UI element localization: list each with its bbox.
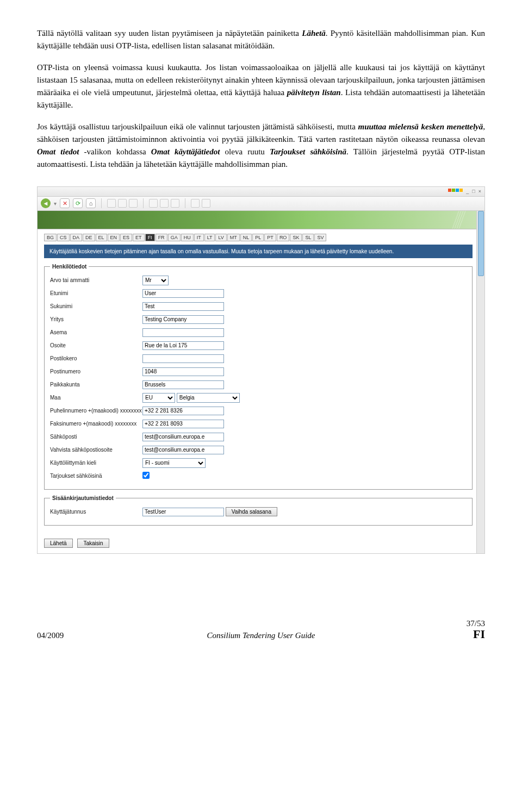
paragraph-2: OTP-lista on yleensä voimassa kuusi kuuk… (37, 61, 485, 112)
footer-title: Consilium Tendering User Guide (207, 631, 315, 640)
paragraph-3: Jos käyttäjä osallistuu tarjouskilpailuu… (37, 121, 485, 171)
lang-sv[interactable]: SV (314, 234, 326, 241)
home-button-icon[interactable]: ⌂ (86, 198, 96, 208)
lang-en[interactable]: EN (108, 234, 120, 241)
lang-es[interactable]: ES (120, 234, 132, 241)
lang-pl[interactable]: PL (252, 234, 264, 241)
lang-fi[interactable]: FI (145, 234, 155, 241)
edit-icon[interactable] (171, 199, 179, 208)
title-select[interactable]: Mr (142, 276, 169, 285)
toolbar-icon-1[interactable] (191, 199, 200, 208)
personal-details-fieldset: Henkilötiedot Arvo tai ammatti Mr Etunim… (44, 264, 473, 490)
label-city: Paikkakunta (50, 382, 142, 388)
address-input[interactable] (142, 341, 224, 350)
lang-cs[interactable]: CS (57, 234, 70, 241)
confirm-email-input[interactable] (142, 446, 224, 454)
email-input[interactable] (142, 433, 224, 441)
label-phone: Puhelinnumero +(maakoodi) xxxxxxxx (50, 408, 142, 414)
phone-input[interactable] (142, 407, 224, 415)
lang-mt[interactable]: MT (227, 234, 240, 241)
label-confirm-email: Vahvista sähköpostiosoite (50, 447, 142, 453)
history-icon[interactable] (129, 199, 138, 208)
info-notice: Käyttäjätiliä koskevien tietojen pitämin… (44, 245, 473, 258)
login-details-fieldset: Sisäänkirjautumistiedot Käyttäjätunnus V… (44, 495, 473, 526)
page-footer: 04/2009 Consilium Tendering User Guide 3… (37, 619, 485, 640)
lang-da[interactable]: DA (70, 234, 83, 241)
lang-bg[interactable]: BG (44, 234, 57, 241)
vertical-scrollbar[interactable] (476, 211, 484, 553)
label-email: Sähköposti (50, 434, 142, 440)
refresh-button-icon[interactable]: ⟳ (73, 198, 83, 208)
etender-checkbox[interactable] (142, 472, 150, 479)
back-button[interactable]: Takaisin (77, 539, 109, 548)
p3-f: Omat käyttäjätiedot (151, 147, 220, 156)
label-fax: Faksinumero +(maakoodi) xxxxxxxx (50, 421, 142, 427)
mail-icon[interactable] (149, 199, 158, 208)
footer-date: 04/2009 (37, 631, 64, 640)
p3-h: Tarjoukset sähköisinä (270, 147, 346, 156)
windows-logo-icon (448, 189, 463, 194)
back-button-icon[interactable]: ◄ (41, 198, 51, 208)
p3-g: oleva ruutu (220, 147, 270, 156)
firstname-input[interactable] (142, 289, 224, 298)
close-icon[interactable]: × (478, 189, 481, 194)
lastname-input[interactable] (142, 302, 224, 311)
lang-lv[interactable]: LV (215, 234, 226, 241)
fax-input[interactable] (142, 420, 224, 428)
label-firstname: Etunimi (50, 290, 142, 297)
favorites-icon[interactable] (118, 199, 127, 208)
country-code-select[interactable]: EU (142, 393, 175, 403)
document-body: Tällä näytöllä valitaan syy uuden listan… (37, 27, 485, 171)
lang-el[interactable]: EL (96, 234, 107, 241)
lang-nl[interactable]: NL (240, 234, 252, 241)
window-titlebar: _ □ × (38, 187, 484, 197)
lang-ro[interactable]: RO (277, 234, 290, 241)
p1-emphasis: Lähetä (302, 29, 325, 38)
label-title: Arvo tai ammatti (50, 277, 142, 284)
label-position: Asema (50, 329, 142, 336)
city-input[interactable] (142, 380, 224, 389)
p2-emphasis: päivitetyn listan (287, 88, 341, 97)
label-ui-lang: Käyttöliittymän kieli (50, 460, 142, 466)
p3-e: -valikon kohdassa (79, 147, 151, 156)
minimize-icon[interactable]: _ (466, 189, 469, 194)
lang-sk[interactable]: SK (290, 234, 302, 241)
lang-fr[interactable]: FR (156, 234, 167, 241)
position-input[interactable] (142, 328, 224, 337)
lang-lt[interactable]: LT (204, 234, 215, 241)
scrollbar-thumb[interactable] (478, 211, 484, 276)
company-input[interactable] (142, 315, 224, 324)
label-postcode: Postinumero (50, 368, 142, 375)
toolbar-icon-2[interactable] (202, 199, 210, 208)
app-banner (38, 211, 484, 229)
lang-hu[interactable]: HU (181, 234, 194, 241)
p1-text-a: Tällä näytöllä valitaan syy uuden listan… (37, 29, 302, 38)
search-icon[interactable] (107, 199, 116, 208)
browser-toolbar: ◄ ▾ ✕ ⟳ ⌂ (38, 197, 484, 211)
lang-it[interactable]: IT (194, 234, 204, 241)
stop-button-icon[interactable]: ✕ (60, 198, 70, 208)
label-etender: Tarjoukset sähköisinä (50, 473, 142, 479)
country-name-select[interactable]: Belgia (177, 393, 240, 403)
label-pobox: Postilokero (50, 355, 142, 362)
lang-ga[interactable]: GA (168, 234, 181, 241)
p3-a: Jos käyttäjä osallistuu tarjouskilpailuu… (37, 122, 358, 131)
submit-button[interactable]: Lähetä (44, 539, 73, 548)
lang-de[interactable]: DE (83, 234, 95, 241)
p3-b: muuttaa mielensä kesken menettelyä (358, 122, 483, 131)
ui-language-select[interactable]: FI - suomi (142, 458, 206, 468)
pobox-input[interactable] (142, 354, 224, 363)
print-icon[interactable] (160, 199, 169, 208)
personal-details-legend: Henkilötiedot (50, 264, 89, 270)
postcode-input[interactable] (142, 367, 224, 376)
login-details-legend: Sisäänkirjautumistiedot (50, 495, 116, 501)
change-password-button[interactable]: Vaihda salasana (226, 507, 277, 516)
lang-sl[interactable]: SL (302, 234, 314, 241)
label-address: Osoite (50, 342, 142, 349)
embedded-screenshot: _ □ × ◄ ▾ ✕ ⟳ ⌂ (37, 186, 485, 554)
username-input[interactable] (142, 508, 224, 516)
lang-et[interactable]: ET (133, 234, 145, 241)
lang-pt[interactable]: PT (264, 234, 276, 241)
maximize-icon[interactable]: □ (472, 189, 475, 194)
label-company: Yritys (50, 316, 142, 323)
